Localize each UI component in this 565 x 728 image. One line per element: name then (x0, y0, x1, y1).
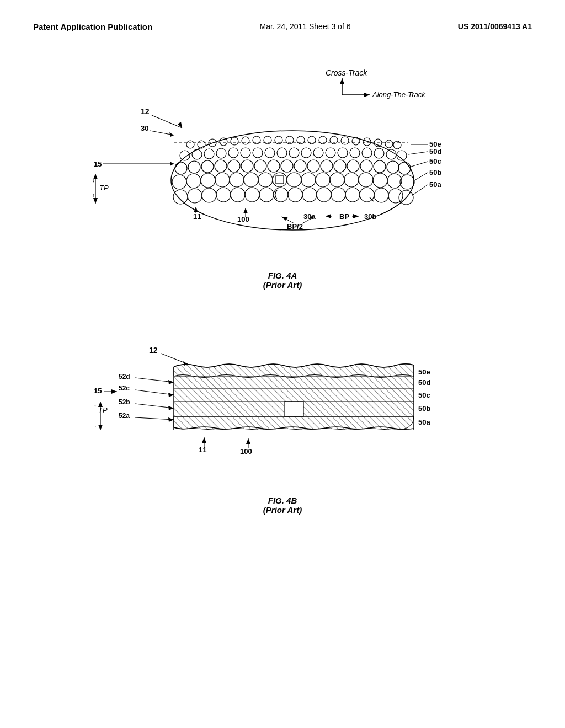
label-30-4a: 30 (141, 124, 148, 132)
label-52c-4b: 52c (119, 384, 130, 392)
label-11-4b: 11 (199, 446, 206, 454)
label-15-4a: 15 (94, 160, 102, 168)
page-header: Patent Application Publication Mar. 24, … (0, 0, 565, 42)
label-50b-4a: 50b (429, 168, 441, 176)
svg-point-28 (385, 140, 393, 148)
svg-line-111 (413, 173, 428, 181)
tp-arrow-bot: ↑ (92, 191, 95, 198)
svg-marker-1 (340, 78, 344, 84)
svg-point-29 (393, 141, 401, 149)
svg-marker-150 (98, 425, 103, 430)
svg-marker-149 (98, 402, 103, 407)
svg-point-10 (186, 141, 194, 148)
label-30b-4a: 30b (364, 212, 376, 221)
label-100-4a: 100 (237, 215, 249, 223)
label-50d-4a: 50d (429, 147, 441, 156)
cross-track-label: Cross-Track (326, 68, 367, 77)
svg-marker-3 (364, 93, 370, 97)
tp-down-4b: ↓ (94, 401, 97, 408)
svg-marker-147 (111, 389, 117, 394)
label-100-4b: 100 (240, 447, 252, 456)
header-right-text: US 2011/0069413 A1 (458, 22, 532, 31)
svg-marker-7 (169, 132, 174, 137)
fig4b-caption: FIG. 4B (Prior Art) (33, 496, 532, 515)
label-bp-4a: BP (339, 212, 349, 221)
svg-rect-131 (174, 389, 414, 402)
label-50c-4a: 50c (429, 157, 441, 165)
tp-label-4a: TP (99, 184, 109, 192)
label-52a-4b: 52a (119, 412, 130, 420)
svg-line-140 (135, 390, 174, 395)
label-52d-4b: 52d (119, 373, 130, 381)
svg-marker-145 (168, 417, 174, 422)
svg-marker-104 (170, 162, 174, 166)
svg-line-110 (409, 162, 428, 167)
svg-marker-107 (93, 198, 98, 204)
svg-marker-152 (202, 437, 206, 443)
tp-up-4b: ↑ (94, 424, 97, 431)
figure-4b-section: 12 (33, 312, 532, 515)
fig4b-svg: 12 (33, 312, 530, 488)
svg-line-4 (152, 115, 182, 128)
label-50b-4b: 50b (418, 404, 430, 413)
label-50a-4b: 50a (418, 418, 430, 426)
svg-marker-154 (246, 438, 250, 444)
page: Patent Application Publication Mar. 24, … (0, 0, 565, 728)
svg-marker-141 (168, 393, 174, 397)
fig4b-caption-line2: (Prior Art) (33, 505, 532, 515)
fig4b-caption-line1: FIG. 4B (268, 496, 297, 505)
svg-line-144 (135, 417, 174, 420)
svg-line-109 (408, 152, 428, 154)
header-left-text: Patent Application Publication (33, 22, 152, 31)
label-50a-4a: 50a (429, 180, 441, 189)
svg-marker-143 (168, 406, 174, 410)
svg-rect-128 (174, 376, 414, 389)
svg-line-142 (135, 404, 174, 408)
svg-line-112 (412, 185, 428, 196)
label-50c-4b: 50c (418, 391, 430, 399)
figure-4a-section: Cross-Track Along-The-Track 12 30 (33, 53, 532, 290)
label-52b-4b: 52b (119, 398, 130, 406)
label-11-4a: 11 (193, 212, 201, 221)
fig4a-caption-line2: (Prior Art) (33, 280, 532, 290)
tp-label-4b: TP (98, 406, 108, 414)
main-content: Cross-Track Along-The-Track 12 30 (0, 42, 565, 548)
svg-rect-134 (284, 402, 303, 416)
fig4a-caption-line1: FIG. 4A (268, 271, 297, 280)
label-12-4a: 12 (141, 107, 150, 116)
label-50d-4b: 50d (418, 378, 430, 387)
along-track-label: Along-The-Track (372, 90, 426, 99)
fig4a-svg: Cross-Track Along-The-Track 12 30 (33, 53, 530, 263)
label-50e-4b: 50e (418, 368, 430, 376)
label-bp2-4a: BP/2 (287, 222, 303, 231)
label-15-4b: 15 (94, 387, 102, 395)
svg-marker-139 (168, 380, 174, 384)
svg-line-138 (135, 378, 174, 382)
label-12-4b: 12 (149, 346, 158, 355)
header-center-text: Mar. 24, 2011 Sheet 3 of 6 (259, 22, 350, 31)
fig4a-caption: FIG. 4A (Prior Art) (33, 271, 532, 290)
svg-point-8 (171, 131, 414, 230)
